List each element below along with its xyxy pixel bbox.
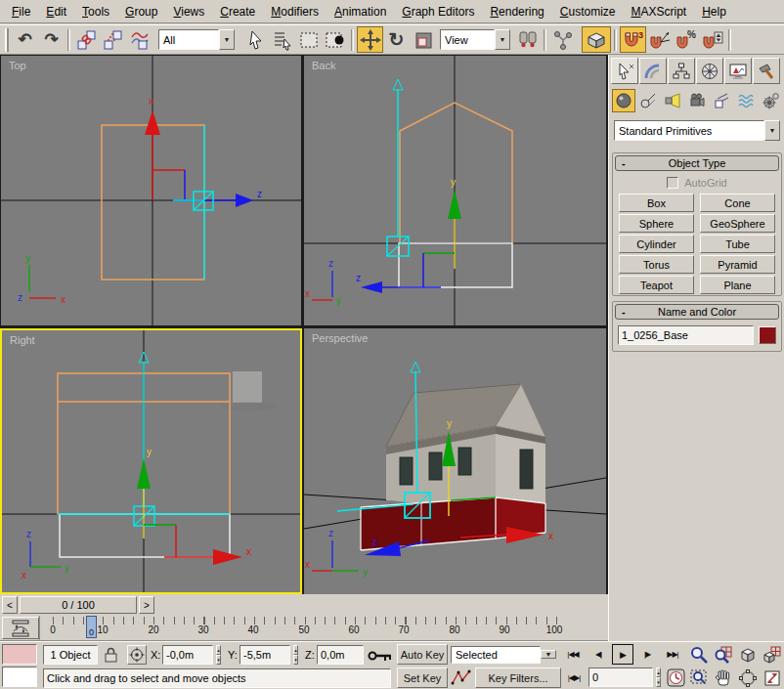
name-color-rollout-header[interactable]: - Name and Color [615,304,779,320]
snap-toggle-3d-button[interactable]: 3 [620,26,646,53]
chevron-down-icon[interactable]: ▼ [541,650,556,659]
time-slider-handle[interactable]: 0 / 100 [20,596,137,614]
go-to-end-button[interactable]: ▶▶| [661,644,684,665]
tab-display[interactable] [724,58,752,84]
select-and-move-button[interactable] [357,26,383,53]
current-frame-marker[interactable]: 0 [86,616,97,638]
menu-animation[interactable]: Animation [327,2,394,22]
key-mode-dropdown[interactable]: Selected ▼ [451,644,556,665]
tab-create[interactable] [611,58,638,84]
cylinder-button[interactable]: Cylinder [619,235,694,253]
pan-button[interactable] [712,667,735,689]
previous-frame-button[interactable]: < [2,596,18,614]
torus-button[interactable]: Torus [619,255,694,274]
auto-key-button[interactable]: Auto Key [397,644,448,665]
key-filters-button[interactable]: Key Filters... [475,667,561,688]
category-space-warps[interactable] [734,89,758,112]
timeline-ruler[interactable]: 0 10 20 30 40 50 60 70 80 90 100 0 [39,616,562,640]
select-and-scale-button[interactable] [410,26,436,53]
category-shapes[interactable] [636,89,660,112]
spinner-snap-button[interactable] [699,26,725,53]
absolute-mode-toggle[interactable] [127,645,147,665]
object-name-input[interactable]: 1_0256_Base [618,325,754,345]
current-frame-field[interactable]: 0 [588,667,653,687]
viewport-top[interactable]: x z y z x [1,56,301,325]
viewport-back[interactable]: y z z x y Back [304,56,606,325]
z-coord-field[interactable]: 0,0m [317,645,364,665]
set-key-button[interactable]: Set Key [397,667,448,688]
select-and-rotate-button[interactable]: ↻ [383,26,410,53]
rectangular-selection-region-button[interactable] [295,26,322,53]
maxscript-mini-listener[interactable] [2,667,37,687]
geosphere-button[interactable]: GeoSphere [700,214,775,233]
select-by-name-button[interactable] [269,26,295,53]
box-button[interactable]: Box [619,194,694,212]
unlink-button[interactable] [100,26,126,53]
menu-help[interactable]: Help [694,2,734,22]
object-color-swatch[interactable] [759,326,776,344]
zoom-all-button[interactable] [712,644,735,666]
zoom-extents-button[interactable] [736,644,760,666]
select-object-button[interactable] [242,26,269,53]
object-type-rollout-header[interactable]: - Object Type [615,155,779,171]
tab-utilities[interactable] [753,58,780,84]
percent-snap-button[interactable]: % [673,26,699,53]
tab-hierarchy[interactable] [668,58,695,84]
maxscript-mini-listener-macro[interactable] [2,644,37,665]
go-to-start-button[interactable]: |◀◀ [561,644,585,665]
category-geometry[interactable] [612,89,635,112]
angle-snap-button[interactable] [646,26,673,53]
category-lights[interactable] [661,89,684,112]
menu-customize[interactable]: Customize [552,2,624,22]
menu-file[interactable]: File [4,2,38,22]
menu-group[interactable]: Group [117,2,165,22]
primitives-dropdown[interactable]: Standard Primitives ▼ [614,120,780,141]
move-gizmo[interactable]: y z [356,79,461,293]
transform-type-in-key[interactable] [368,648,393,664]
redo-button[interactable]: ↷ [38,26,65,53]
chevron-down-icon[interactable]: ▼ [764,120,780,141]
track-bar[interactable]: 0 10 20 30 40 50 60 70 80 90 100 0 [0,616,608,641]
maximize-viewport-toggle[interactable] [761,667,784,689]
move-gizmo[interactable]: x z [145,96,262,210]
y-spinner[interactable]: ▴▾ [290,645,301,665]
menu-tools[interactable]: Tools [74,2,117,22]
selected-base-box[interactable] [337,497,545,550]
menu-edit[interactable]: Edit [38,2,74,22]
select-and-link-button[interactable] [73,26,100,53]
selection-lock-toggle[interactable] [102,645,119,665]
time-configuration-button[interactable] [667,668,686,688]
tab-modify[interactable] [639,58,667,84]
viewport-right-active[interactable]: y x z y x Right [0,328,302,594]
next-frame-step-button[interactable]: |▶ [637,644,657,665]
menu-modifiers[interactable]: Modifiers [263,2,327,22]
key-mode-toggle-button[interactable]: |◀▶| [563,667,585,688]
new-key-default-in-out-button[interactable] [451,668,472,686]
zoom-button[interactable] [687,644,711,666]
teapot-button[interactable]: Teapot [619,276,694,294]
category-cameras[interactable] [685,89,709,112]
menu-graph-editors[interactable]: Graph Editors [394,2,482,22]
plane-button[interactable]: Plane [700,276,775,294]
open-mini-curve-editor-button[interactable] [2,617,39,639]
category-helpers[interactable] [710,89,733,112]
select-and-manipulate-button[interactable] [549,26,576,53]
autogrid-checkbox[interactable] [667,177,678,189]
menu-create[interactable]: Create [212,2,263,22]
cone-button[interactable]: Cone [700,194,775,212]
y-coord-field[interactable]: -5,5m [240,645,290,665]
previous-frame-step-button[interactable]: ◀| [588,644,608,665]
category-systems[interactable] [759,89,782,112]
sphere-button[interactable]: Sphere [619,214,694,233]
tab-motion[interactable] [696,58,723,84]
region-zoom-button[interactable] [687,667,711,689]
keyboard-override-toggle[interactable] [582,26,611,53]
pyramid-button[interactable]: Pyramid [700,255,775,274]
play-button[interactable]: ▶ [612,644,633,665]
zoom-extents-all-button[interactable] [761,644,784,666]
menu-views[interactable]: Views [165,2,212,22]
menu-rendering[interactable]: Rendering [482,2,551,22]
x-coord-field[interactable]: -0,0m [162,645,213,665]
use-pivot-center-button[interactable] [514,26,541,53]
chevron-down-icon[interactable]: ▼ [219,29,235,50]
